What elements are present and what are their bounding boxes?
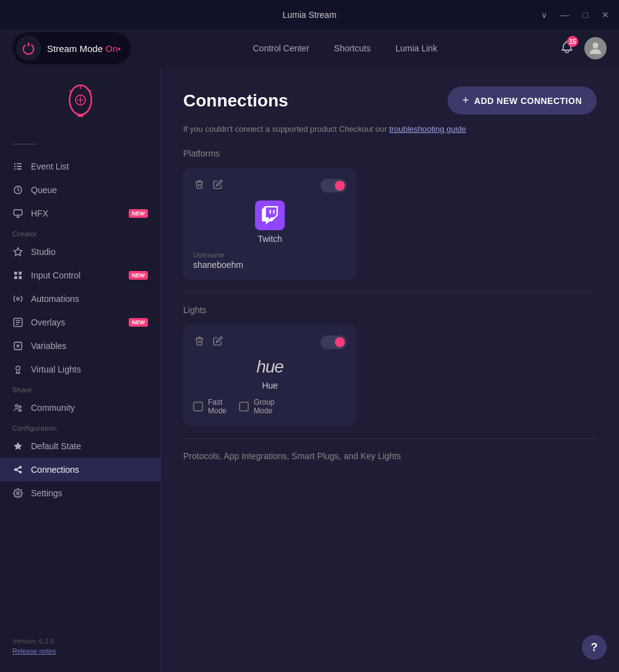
twitch-card: Twitch Username shaneboehm [183, 168, 357, 280]
svg-rect-19 [19, 272, 22, 275]
svg-rect-20 [14, 276, 17, 279]
toggle-knob-twitch [335, 181, 345, 191]
variables-icon [12, 340, 24, 351]
avatar-icon [587, 40, 604, 57]
list-icon [12, 161, 24, 172]
overlays-new-badge: NEW [129, 318, 148, 327]
svg-rect-6 [77, 115, 84, 117]
svg-marker-17 [14, 248, 22, 256]
svg-rect-16 [14, 210, 22, 215]
sidebar-label-variables: Variables [31, 341, 66, 351]
svg-point-35 [17, 492, 19, 494]
svg-point-32 [20, 472, 22, 473]
sidebar-label-input-control: Input Control [31, 270, 80, 280]
sidebar-item-variables[interactable]: Variables [0, 334, 160, 358]
svg-marker-29 [14, 442, 22, 450]
svg-line-33 [16, 468, 19, 470]
sidebar-label-event-list: Event List [31, 162, 69, 171]
svg-rect-10 [17, 163, 22, 165]
hue-logo-wrap: hue Hue [193, 357, 347, 390]
main-layout: Event List Queue HFX NEW Creator Studio [0, 67, 619, 672]
grid-icon [12, 270, 24, 281]
maximize-btn[interactable]: □ [581, 9, 591, 21]
troubleshooting-link[interactable]: troubleshooting guide [389, 124, 466, 134]
hue-name: Hue [262, 381, 278, 390]
sidebar-item-connections[interactable]: Connections [0, 458, 160, 481]
sidebar-item-settings[interactable]: Settings [0, 481, 160, 505]
card-top-hue [193, 335, 347, 350]
fast-mode-label: FastMode [208, 398, 227, 416]
twitch-toggle[interactable] [321, 179, 347, 192]
edit-icon [213, 179, 223, 189]
lights-label: Lights [183, 305, 597, 315]
avatar[interactable] [584, 37, 607, 59]
hue-logo-text: hue [256, 357, 284, 377]
sidebar-item-hfx[interactable]: HFX NEW [0, 202, 160, 225]
delete-hue-btn[interactable] [193, 335, 206, 350]
sidebar-item-default-state[interactable]: Default State [0, 434, 160, 458]
svg-rect-18 [14, 272, 17, 275]
input-control-new-badge: NEW [129, 271, 148, 280]
section-divider-lights [183, 292, 597, 293]
hue-checkboxes: FastMode GroupMode [193, 398, 347, 416]
svg-rect-13 [14, 168, 15, 170]
stream-mode-button[interactable]: Stream Mode On• [12, 32, 131, 64]
nav-lumia-link[interactable]: Lumia Link [396, 43, 438, 53]
hfx-new-badge: NEW [129, 209, 148, 218]
chevron-btn[interactable]: ∨ [539, 9, 550, 21]
minimize-btn[interactable]: — [558, 9, 572, 21]
svg-rect-11 [14, 166, 15, 167]
close-btn[interactable]: ✕ [599, 9, 612, 21]
group-mode-checkbox[interactable] [239, 402, 249, 411]
svg-line-5 [89, 90, 91, 92]
edit-twitch-btn[interactable] [212, 178, 224, 193]
sidebar-item-input-control[interactable]: Input Control NEW [0, 264, 160, 287]
stream-mode-label: Stream Mode On• [47, 43, 121, 54]
svg-rect-14 [17, 168, 22, 170]
sidebar-label-settings: Settings [31, 488, 63, 498]
notification-bell[interactable]: 15 [560, 40, 574, 57]
sidebar-label-studio: Studio [31, 247, 56, 257]
window-controls: ∨ — □ ✕ [539, 9, 612, 21]
svg-rect-9 [14, 163, 15, 165]
help-button[interactable]: ? [582, 635, 607, 660]
twitch-username-value: shaneboehm [193, 260, 347, 270]
delete-twitch-btn[interactable] [193, 178, 206, 193]
sidebar-label-virtual-lights: Virtual Lights [31, 364, 81, 374]
version-text: Version: 6.2.6 [12, 637, 148, 645]
svg-point-30 [15, 469, 17, 471]
release-notes-link[interactable]: Release notes [12, 647, 148, 655]
header: Stream Mode On• Control Center Shortcuts… [0, 30, 619, 67]
sidebar-item-event-list[interactable]: Event List [0, 155, 160, 178]
sidebar-label-queue: Queue [31, 185, 57, 195]
trash-icon [194, 336, 204, 346]
fast-mode-checkbox-item[interactable]: FastMode [193, 398, 227, 416]
connections-icon [12, 464, 24, 475]
sidebar-item-overlays[interactable]: Overlays NEW [0, 311, 160, 334]
edit-hue-btn[interactable] [212, 335, 224, 350]
header-right: 15 [560, 37, 607, 59]
sidebar-item-virtual-lights[interactable]: Virtual Lights [0, 358, 160, 381]
sidebar-group-config: Configuration [0, 420, 160, 434]
automations-icon [12, 293, 24, 304]
nav-control-center[interactable]: Control Center [253, 43, 310, 53]
page-title: Connections [183, 91, 288, 111]
svg-point-22 [17, 298, 19, 300]
toggle-knob-hue [335, 337, 345, 347]
group-mode-checkbox-item[interactable]: GroupMode [239, 398, 274, 416]
sidebar-item-automations[interactable]: Automations [0, 287, 160, 311]
twitch-username-field: Username shaneboehm [193, 251, 347, 270]
power-icon-wrap [16, 36, 41, 61]
sidebar-item-community[interactable]: Community [0, 396, 160, 420]
hue-toggle[interactable] [321, 335, 347, 349]
sidebar-label-community: Community [31, 403, 75, 413]
sidebar-logo [0, 79, 160, 129]
sidebar-item-queue[interactable]: Queue [0, 178, 160, 202]
sidebar-item-studio[interactable]: Studio [0, 240, 160, 264]
add-connection-button[interactable]: + ADD NEW CONNECTION [448, 87, 597, 114]
nav-shortcuts[interactable]: Shortcuts [334, 43, 371, 53]
subtitle-text: If you couldn't connect a supported prod… [183, 124, 597, 134]
edit-icon [213, 336, 223, 346]
fast-mode-checkbox[interactable] [193, 402, 203, 411]
community-icon [12, 402, 24, 413]
